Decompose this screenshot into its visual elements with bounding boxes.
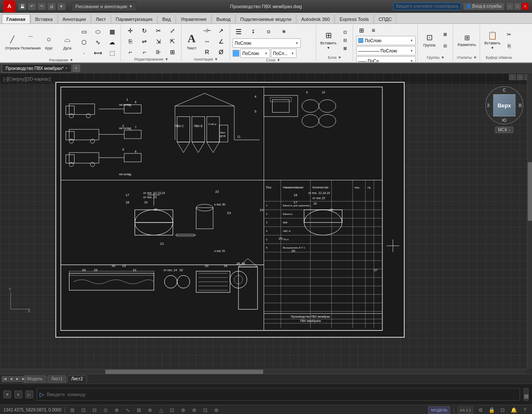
edit-group-arrow[interactable]: ▼ [165, 57, 169, 61]
region-tool[interactable]: ⬚ [105, 48, 119, 58]
mirror-tool[interactable]: ⇌ [138, 36, 151, 46]
fullscreen-icon[interactable]: ⊡ [499, 406, 506, 414]
h-scrollbar-thumb[interactable] [105, 370, 263, 374]
cut-btn[interactable]: ✂ [503, 29, 515, 40]
group-button[interactable]: ⊡ Группа [420, 29, 438, 52]
doc-tab-close[interactable]: × [65, 66, 67, 70]
rect-tool[interactable]: ▭ [77, 26, 91, 37]
arc-button[interactable]: ⌓ Дуга [58, 29, 76, 54]
define-attrib-btn[interactable]: ⊟ [339, 36, 351, 44]
tab-output[interactable]: Вывод [212, 14, 235, 23]
trim-tool[interactable]: ✂ [152, 26, 165, 36]
close-button[interactable]: ✕ [522, 3, 529, 10]
cmd-input-area[interactable]: ▷ [37, 388, 520, 401]
dim-radius[interactable]: R [200, 47, 214, 57]
lineweight-dropdown[interactable]: ПоСл... ▼ [271, 49, 296, 58]
scale-btn[interactable]: A A 1:1 [457, 406, 473, 414]
viewport-minimize-btn[interactable]: − [509, 74, 516, 80]
otrack-toggle[interactable]: ∿ [124, 406, 132, 414]
anno-toggle[interactable]: ⊗ [190, 406, 198, 414]
circle-button[interactable]: ○ Круг [40, 29, 58, 54]
signin-button[interactable]: 👤 Вход в службы [463, 3, 505, 10]
cmd-toggle-btn[interactable]: ✕ [3, 391, 11, 398]
scale-tool[interactable]: ⇲ [152, 36, 165, 46]
undo-icon[interactable]: ↶ [28, 3, 36, 10]
tab-layout[interactable]: Лист [91, 14, 111, 23]
minimize-button[interactable]: − [506, 3, 513, 10]
drawing-group-arrow[interactable]: ▼ [69, 58, 73, 62]
model-space-btn[interactable]: МОДЕЛЬ [428, 406, 450, 414]
layer-state-btn[interactable]: ↧ [246, 26, 260, 37]
search-input[interactable] [393, 3, 461, 10]
copy-tool[interactable]: ⎘ [124, 36, 137, 46]
stretch-tool[interactable]: ⇱ [166, 36, 179, 46]
cmd-input[interactable] [47, 392, 517, 397]
tab-back-btn[interactable]: ◀ [8, 376, 14, 382]
nav-msk-label[interactable]: МСК ↓ [495, 127, 513, 133]
maximize-button[interactable]: □ [514, 3, 521, 10]
create-block-btn[interactable]: ⊡ [339, 28, 351, 36]
navigation-cube[interactable]: С Ю З В Верх МСК ↓ [485, 86, 523, 124]
color-swatch[interactable] [233, 50, 239, 57]
ungroup-btn[interactable]: ⊠ [439, 29, 451, 40]
tab-plugins[interactable]: Подключаемые модули [236, 14, 296, 23]
multileader-tool[interactable]: ↗ [214, 26, 228, 36]
match-prop-btn[interactable]: ⊞ [356, 26, 367, 35]
tab-home[interactable]: Главная [2, 14, 30, 23]
insert-button[interactable]: ⊞ Вставить ▼ [319, 29, 338, 52]
layers-group-arrow[interactable]: ▼ [276, 58, 280, 62]
tab-parametric[interactable]: Параметризация [111, 14, 157, 23]
lw-toggle[interactable]: △ [157, 406, 165, 414]
fillet-tool[interactable]: ⌐ [124, 47, 137, 57]
nav-cube-face[interactable]: Верх [493, 94, 515, 116]
text-button[interactable]: A Текст [184, 30, 199, 53]
horizontal-scrollbar[interactable] [0, 369, 527, 374]
canvas-area[interactable]: [-] [Сверху] [2D-каркас] − □ ✕ [0, 73, 532, 374]
save-icon[interactable]: 💾 [18, 3, 26, 10]
polar-toggle[interactable]: ⊙ [102, 406, 109, 414]
rotate-tool[interactable]: ↻ [138, 26, 151, 36]
tab-prev-btn[interactable]: |◀ [2, 376, 8, 382]
trans-toggle[interactable]: ⊡ [168, 406, 176, 414]
polygon-tool[interactable]: ⬡ [77, 37, 91, 47]
tab-a360[interactable]: Autodesk 360 [296, 14, 334, 23]
dim-linear[interactable]: ↔ [200, 36, 214, 46]
tab-view[interactable]: Вид [158, 14, 175, 23]
lineweight-dropdown2[interactable]: —— ПоСл... ▼ [356, 56, 416, 62]
color-dropdown[interactable]: ПоСлою ▼ [356, 36, 416, 45]
tab-annotate[interactable]: Аннотации [58, 14, 91, 23]
group-edit-btn[interactable]: ⊟ [439, 41, 451, 52]
extend-tool[interactable]: ⤢ [166, 26, 179, 36]
units-toggle[interactable]: ⊡ [201, 406, 209, 414]
layer-dropdown[interactable]: ПоСлою ▼ [233, 38, 301, 48]
spline-tool[interactable]: ∿ [91, 37, 105, 47]
utilities-group-arrow[interactable]: ▼ [473, 55, 477, 60]
cmd-scrollbar[interactable] [523, 388, 529, 401]
tab-express-tools[interactable]: Express Tools [335, 14, 373, 23]
tab-manage[interactable]: Управление [176, 14, 211, 23]
ducs-toggle[interactable]: ⊠ [135, 406, 143, 414]
snap-toggle[interactable]: ⊞ [69, 406, 76, 414]
qp-toggle[interactable]: ⊗ [213, 406, 220, 414]
viewport-maximize-btn[interactable]: □ [517, 74, 523, 80]
cloud-tool[interactable]: ☁ [105, 37, 119, 47]
ellipse-tool[interactable]: ⬭ [91, 26, 105, 37]
annotation-group-arrow[interactable]: ▼ [214, 57, 218, 61]
polyline-button[interactable]: ⌒ Полилиния [22, 29, 40, 54]
dim-diameter[interactable]: Ø [214, 47, 228, 57]
move-tool[interactable]: ✛ [124, 26, 137, 36]
dim-tool[interactable]: ⊣⊢ [200, 26, 214, 36]
ortho-toggle[interactable]: ⊟ [91, 406, 98, 414]
dyn-toggle[interactable]: ⊕ [146, 406, 154, 414]
model-tab[interactable]: Модель [23, 375, 46, 383]
hatch-tool[interactable]: ▦ [105, 26, 119, 37]
edit-block-btn[interactable]: ⊠ [339, 44, 351, 52]
array-tool[interactable]: ⊞ [166, 47, 179, 57]
cmd-search-btn[interactable]: ▷ [26, 391, 33, 398]
notify-icon[interactable]: 🔔 [510, 406, 518, 414]
layout-button[interactable]: ⊞ Разметить [456, 29, 478, 52]
technical-drawing[interactable]: ПВХ-С ПВХ-Е Стаб-р Мел ДОФ [55, 82, 405, 338]
layout-tab-1[interactable]: Лист1 [47, 375, 66, 383]
help-icon[interactable]: ? [521, 406, 529, 414]
print-icon[interactable]: 🖨 [47, 3, 56, 10]
